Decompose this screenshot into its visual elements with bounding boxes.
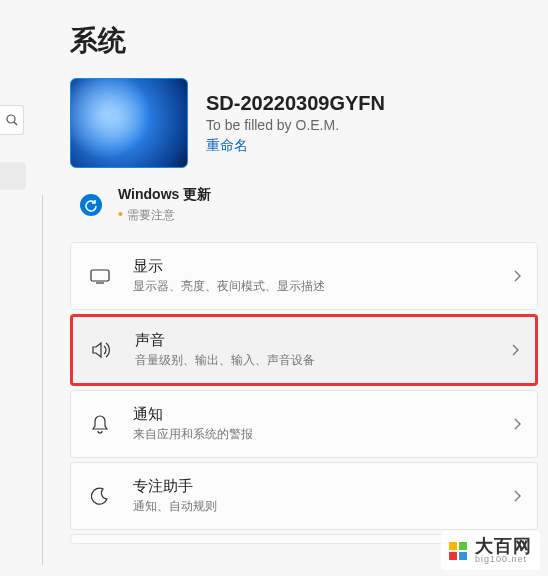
vertical-divider	[42, 195, 43, 565]
search-icon	[6, 114, 18, 126]
settings-list: 显示 显示器、亮度、夜间模式、显示描述 声音 音量级别、输出、输入、声音设备	[70, 242, 538, 544]
update-status: 需要注意	[118, 206, 538, 224]
chevron-right-icon	[513, 490, 521, 502]
moon-icon	[89, 487, 111, 505]
sound-icon	[91, 341, 113, 359]
watermark-url: big100.net	[475, 555, 532, 564]
settings-item-display[interactable]: 显示 显示器、亮度、夜间模式、显示描述	[70, 242, 538, 310]
display-icon	[89, 268, 111, 284]
item-desc: 通知、自动规则	[133, 498, 491, 515]
update-title: Windows 更新	[118, 186, 538, 204]
settings-item-focus-assist[interactable]: 专注助手 通知、自动规则	[70, 462, 538, 530]
update-icon	[80, 194, 102, 216]
bell-icon	[89, 414, 111, 434]
page-title: 系统	[70, 0, 538, 78]
chevron-right-icon	[511, 344, 519, 356]
device-wallpaper-thumb[interactable]	[70, 78, 188, 168]
item-title: 显示	[133, 257, 491, 276]
rename-link[interactable]: 重命名	[206, 137, 248, 155]
chevron-right-icon	[513, 418, 521, 430]
svg-line-1	[14, 122, 17, 125]
settings-item-sound[interactable]: 声音 音量级别、输出、输入、声音设备	[70, 314, 538, 386]
nav-selected-stub	[0, 162, 26, 190]
windows-update-row[interactable]: Windows 更新 需要注意	[70, 186, 538, 224]
item-desc: 显示器、亮度、夜间模式、显示描述	[133, 278, 491, 295]
chevron-right-icon	[513, 270, 521, 282]
item-title: 专注助手	[133, 477, 491, 496]
item-desc: 音量级别、输出、输入、声音设备	[135, 352, 489, 369]
device-name: SD-20220309GYFN	[206, 92, 538, 115]
watermark-text: 大百网	[475, 537, 532, 555]
search-button[interactable]	[0, 105, 24, 135]
svg-point-0	[7, 115, 15, 123]
settings-item-notifications[interactable]: 通知 来自应用和系统的警报	[70, 390, 538, 458]
watermark-logo-icon	[449, 542, 467, 560]
svg-rect-2	[91, 270, 109, 281]
device-oem: To be filled by O.E.M.	[206, 117, 538, 133]
watermark: 大百网 big100.net	[441, 531, 540, 570]
item-title: 通知	[133, 405, 491, 424]
item-title: 声音	[135, 331, 489, 350]
device-summary: SD-20220309GYFN To be filled by O.E.M. 重…	[70, 78, 538, 168]
item-desc: 来自应用和系统的警报	[133, 426, 491, 443]
